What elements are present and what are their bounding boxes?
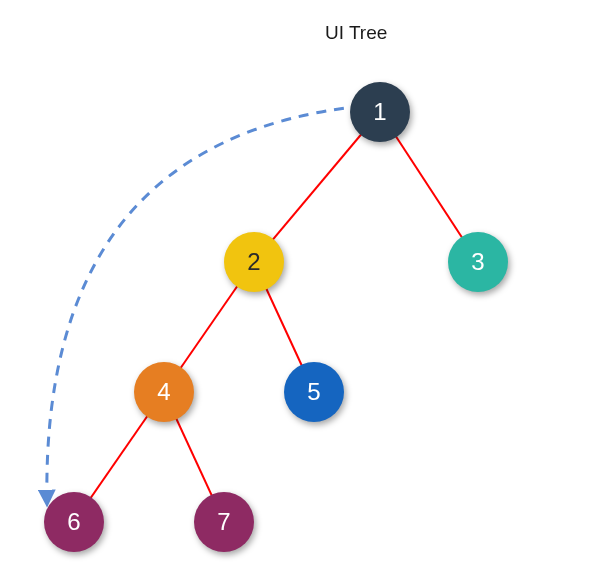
- tree-node-label: 5: [307, 378, 320, 406]
- tree-node-label: 6: [67, 508, 80, 536]
- tree-node-label: 1: [373, 98, 386, 126]
- tree-node-label: 7: [217, 508, 230, 536]
- tree-node-label: 3: [471, 248, 484, 276]
- diagram-title: UI Tree: [325, 22, 387, 44]
- tree-node-5: 5: [284, 362, 344, 422]
- tree-node-6: 6: [44, 492, 104, 552]
- tree-node-3: 3: [448, 232, 508, 292]
- tree-node-1: 1: [350, 82, 410, 142]
- traversal-arc: [47, 106, 362, 504]
- tree-node-7: 7: [194, 492, 254, 552]
- tree-node-4: 4: [134, 362, 194, 422]
- tree-node-2: 2: [224, 232, 284, 292]
- diagram-stage: UI Tree 1234567: [0, 0, 590, 582]
- edges-layer: [0, 0, 590, 582]
- tree-node-label: 4: [157, 378, 170, 406]
- tree-node-label: 2: [247, 248, 260, 276]
